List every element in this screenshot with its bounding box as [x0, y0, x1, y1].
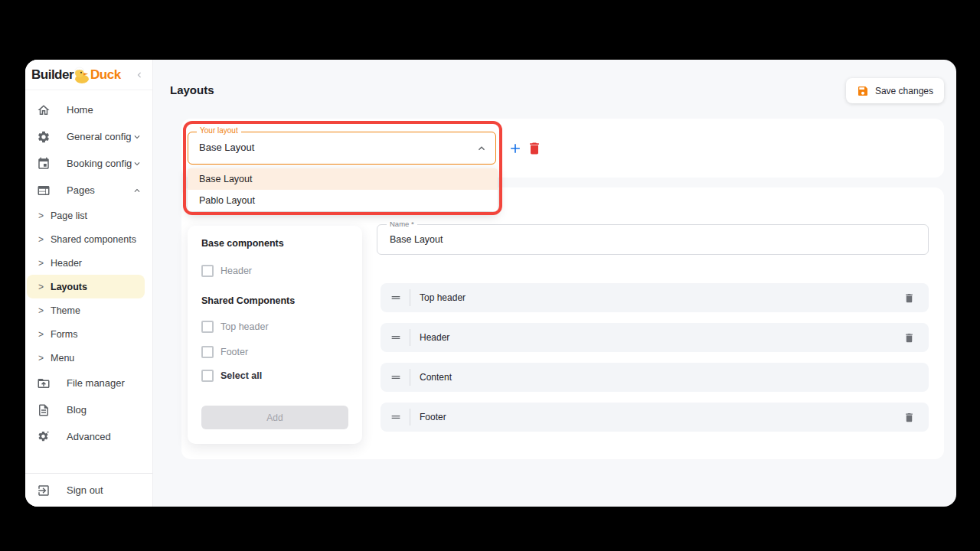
app-window: Builder Duck Home General config	[25, 60, 956, 507]
chevron-right-icon: >	[38, 234, 44, 245]
sidebar-item-label: Menu	[51, 353, 74, 364]
row-divider	[410, 289, 410, 306]
checkbox-footer[interactable]: Footer	[201, 346, 248, 358]
sidebar-item-layouts[interactable]: > Layouts	[27, 275, 145, 298]
row-label: Content	[420, 372, 452, 383]
base-components-title: Base components	[201, 238, 284, 249]
checkbox-label: Top header	[220, 321, 269, 332]
row-label: Footer	[420, 412, 446, 422]
layout-select-menu: Base Layout Pablo Layout	[188, 168, 498, 211]
sidebar-item-shared-components[interactable]: > Shared components	[27, 227, 145, 251]
row-trash-button[interactable]	[903, 292, 915, 304]
trash-icon	[903, 332, 915, 344]
sidebar-item-label: Forms	[51, 329, 77, 340]
sidebar-item-menu[interactable]: > Menu	[27, 346, 145, 370]
row-trash-button[interactable]	[903, 332, 915, 344]
sidebar-collapse-icon[interactable]	[134, 70, 145, 80]
drag-handle-icon[interactable]	[390, 331, 402, 344]
sign-out-label: Sign out	[67, 484, 103, 496]
layout-row-footer: Footer	[381, 403, 929, 432]
sidebar-item-theme[interactable]: > Theme	[27, 298, 145, 322]
components-panel: Base components Header Shared Components…	[188, 226, 362, 444]
layout-select-label: Your layout	[197, 126, 241, 135]
trash-icon	[903, 292, 915, 304]
layout-row-top-header: Top header	[381, 283, 929, 312]
sidebar-item-label: Pages	[67, 184, 95, 196]
sidebar-item-booking-config[interactable]: Booking config	[25, 150, 152, 177]
sign-out-icon	[37, 484, 51, 497]
gear-sparkle-icon	[37, 430, 51, 444]
chevron-right-icon: >	[38, 353, 44, 364]
document-icon	[37, 403, 51, 417]
row-divider	[410, 329, 410, 346]
name-field-label: Name *	[387, 220, 417, 228]
sidebar-item-page-list[interactable]: > Page list	[27, 204, 145, 227]
logo-text-duck: Duck	[90, 67, 121, 83]
sidebar-item-label: File manager	[67, 377, 125, 389]
sidebar-nav: Home General config Booking config Pages…	[25, 90, 152, 450]
chevron-up-icon	[475, 142, 488, 155]
sidebar-item-header[interactable]: > Header	[27, 251, 145, 275]
sidebar-item-label: Home	[67, 104, 93, 116]
sidebar-item-label: Theme	[51, 305, 80, 316]
layout-row-content: Content	[381, 363, 929, 392]
save-changes-label: Save changes	[875, 86, 933, 96]
sidebar-item-pages[interactable]: Pages	[25, 177, 152, 204]
sidebar-item-forms[interactable]: > Forms	[27, 322, 145, 346]
sidebar-item-label: Booking config	[67, 158, 132, 169]
trash-icon	[527, 141, 542, 156]
sidebar-item-blog[interactable]: Blog	[25, 396, 152, 423]
shared-components-title: Shared Components	[201, 295, 295, 306]
chevron-right-icon: >	[38, 329, 44, 340]
sidebar-item-general-config[interactable]: General config	[25, 123, 152, 150]
sidebar-item-advanced[interactable]: Advanced	[25, 423, 152, 450]
name-field[interactable]: Base Layout	[377, 224, 929, 255]
drag-handle-icon[interactable]	[390, 292, 402, 304]
menu-option-pablo-layout[interactable]: Pablo Layout	[188, 190, 498, 211]
sidebar-item-home[interactable]: Home	[25, 96, 152, 123]
sidebar-item-label: General config	[67, 131, 132, 142]
menu-option-base-layout[interactable]: Base Layout	[188, 168, 498, 190]
add-components-button[interactable]: Add	[201, 406, 348, 429]
chevron-right-icon: >	[38, 210, 44, 221]
drag-handle-icon[interactable]	[390, 371, 402, 383]
name-field-value: Base Layout	[390, 234, 443, 245]
checkbox-icon	[201, 346, 214, 358]
sidebar-item-label: Blog	[67, 404, 87, 416]
save-icon	[857, 85, 869, 97]
checkbox-select-all[interactable]: Select all	[201, 370, 262, 382]
row-divider	[410, 369, 410, 386]
main-content: Layouts Save changes Your layout Base La…	[153, 60, 956, 507]
drag-handle-icon[interactable]	[390, 411, 402, 423]
sidebar-item-label: Header	[51, 258, 82, 269]
sign-out-button[interactable]: Sign out	[25, 474, 152, 507]
pages-icon	[37, 184, 51, 197]
save-changes-button[interactable]: Save changes	[846, 78, 944, 103]
logo: Builder Duck	[25, 60, 152, 90]
checkbox-top-header[interactable]: Top header	[201, 321, 269, 333]
checkbox-header[interactable]: Header	[201, 265, 252, 277]
layout-select-value: Base Layout	[199, 142, 254, 153]
page-title: Layouts	[170, 83, 214, 96]
checkbox-label: Footer	[220, 347, 248, 357]
sidebar-item-label: Advanced	[67, 431, 111, 442]
add-layout-button[interactable]	[508, 141, 523, 156]
checkbox-label: Select all	[220, 370, 262, 381]
checkbox-icon	[201, 321, 214, 333]
duck-logo-icon	[72, 66, 92, 84]
sidebar-spacer	[25, 450, 152, 473]
row-label: Top header	[420, 292, 466, 303]
checkbox-icon	[201, 370, 214, 382]
logo-text-builder: Builder	[31, 67, 74, 83]
chevron-right-icon: >	[38, 282, 44, 292]
sidebar-item-label: Layouts	[51, 282, 87, 292]
folder-upload-icon	[37, 377, 51, 390]
row-label: Header	[420, 332, 449, 343]
sidebar-item-file-manager[interactable]: File manager	[25, 370, 152, 396]
layout-select[interactable]: Base Layout	[188, 132, 496, 165]
sidebar-item-label: Shared components	[51, 234, 136, 245]
sidebar-item-label: Page list	[51, 210, 87, 221]
layout-row-header: Header	[381, 323, 929, 352]
delete-layout-button[interactable]	[527, 141, 542, 156]
row-trash-button[interactable]	[903, 412, 915, 423]
